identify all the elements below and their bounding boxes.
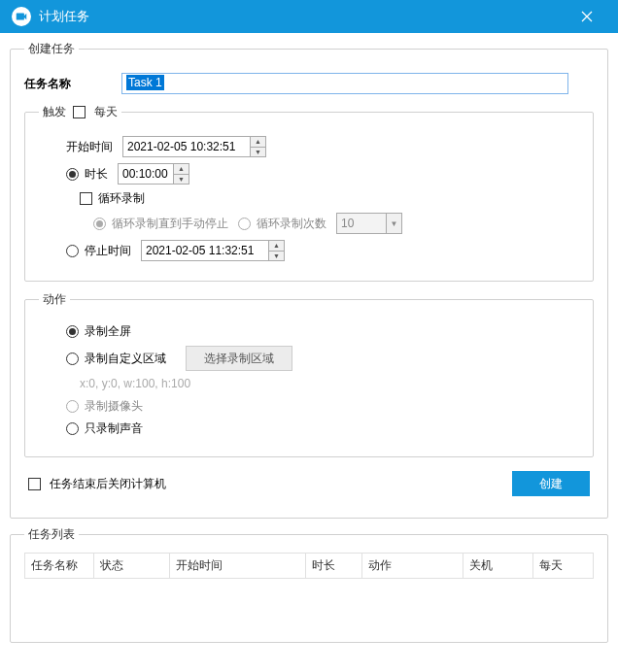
shutdown-checkbox[interactable]	[28, 478, 41, 490]
task-name-input[interactable]: Task 1	[121, 73, 568, 94]
select-area-button[interactable]: 选择录制区域	[186, 346, 292, 371]
col-daily[interactable]: 每天	[533, 553, 594, 579]
spinner-down-icon[interactable]: ▼	[251, 148, 265, 157]
task-table-header: 任务名称 状态 开始时间 时长 动作 关机 每天	[24, 553, 594, 579]
loop-record-label: 循环录制	[98, 190, 145, 207]
col-name[interactable]: 任务名称	[24, 553, 94, 579]
trigger-legend: 触发 每天	[39, 104, 121, 120]
fullscreen-radio[interactable]	[66, 325, 79, 338]
stop-time-input[interactable]: ▲▼	[141, 240, 285, 261]
fullscreen-label: 录制全屏	[85, 323, 131, 340]
area-coords: x:0, y:0, w:100, h:100	[39, 377, 579, 390]
col-action[interactable]: 动作	[362, 553, 464, 579]
loop-count-label: 循环录制次数	[257, 216, 326, 232]
col-status[interactable]: 状态	[94, 553, 170, 579]
task-list-group: 任务列表 任务名称 状态 开始时间 时长 动作 关机 每天	[10, 526, 608, 643]
daily-checkbox[interactable]	[73, 106, 86, 118]
close-button[interactable]	[567, 0, 606, 33]
trigger-group: 触发 每天 开始时间 ▲▼ 时长 ▲▼ 循环录制 循环录制直到手动停止	[24, 104, 594, 282]
spinner-up-icon[interactable]: ▲	[251, 137, 265, 148]
daily-label: 每天	[94, 105, 118, 118]
loop-record-checkbox[interactable]	[80, 192, 92, 205]
audio-only-radio[interactable]	[66, 422, 79, 435]
spinner-up-icon[interactable]: ▲	[174, 164, 189, 175]
start-time-input[interactable]: ▲▼	[122, 136, 266, 157]
chevron-down-icon: ▼	[386, 214, 401, 233]
spinner-down-icon[interactable]: ▼	[269, 252, 284, 261]
action-group: 动作 录制全屏 录制自定义区域 选择录制区域 x:0, y:0, w:100, …	[24, 291, 594, 457]
close-icon	[581, 11, 593, 22]
create-task-group: 创建任务 任务名称 Task 1 触发 每天 开始时间 ▲▼ 时长 ▲▼	[10, 41, 608, 519]
duration-radio[interactable]	[66, 168, 79, 181]
create-task-legend: 创建任务	[24, 41, 79, 57]
titlebar: 计划任务	[0, 0, 618, 33]
custom-area-radio[interactable]	[66, 353, 79, 365]
col-shutdown[interactable]: 关机	[464, 553, 533, 579]
custom-area-label: 录制自定义区域	[85, 351, 166, 367]
shutdown-label: 任务结束后关闭计算机	[50, 477, 166, 490]
loop-until-stop-label: 循环录制直到手动停止	[112, 216, 228, 232]
stop-time-label: 停止时间	[85, 243, 131, 259]
app-icon	[12, 7, 31, 26]
task-name-label: 任务名称	[24, 76, 121, 92]
create-button[interactable]: 创建	[512, 471, 590, 496]
start-time-label: 开始时间	[66, 139, 113, 155]
window-title: 计划任务	[39, 8, 567, 25]
stop-time-radio[interactable]	[66, 245, 79, 257]
action-legend: 动作	[39, 291, 70, 308]
spinner-down-icon[interactable]: ▼	[174, 175, 189, 185]
audio-only-label: 只录制声音	[85, 420, 143, 437]
duration-input[interactable]: ▲▼	[118, 163, 189, 185]
task-list-legend: 任务列表	[24, 526, 79, 543]
loop-count-select: ▼	[336, 213, 402, 234]
col-start[interactable]: 开始时间	[170, 553, 306, 579]
camera-label: 录制摄像头	[85, 398, 143, 415]
camera-radio	[66, 400, 79, 413]
loop-until-stop-radio	[93, 218, 106, 230]
shutdown-option: 任务结束后关闭计算机	[28, 476, 166, 492]
spinner-up-icon[interactable]: ▲	[269, 241, 284, 252]
col-duration[interactable]: 时长	[306, 553, 362, 579]
loop-count-radio	[238, 218, 251, 230]
duration-label: 时长	[85, 166, 108, 183]
